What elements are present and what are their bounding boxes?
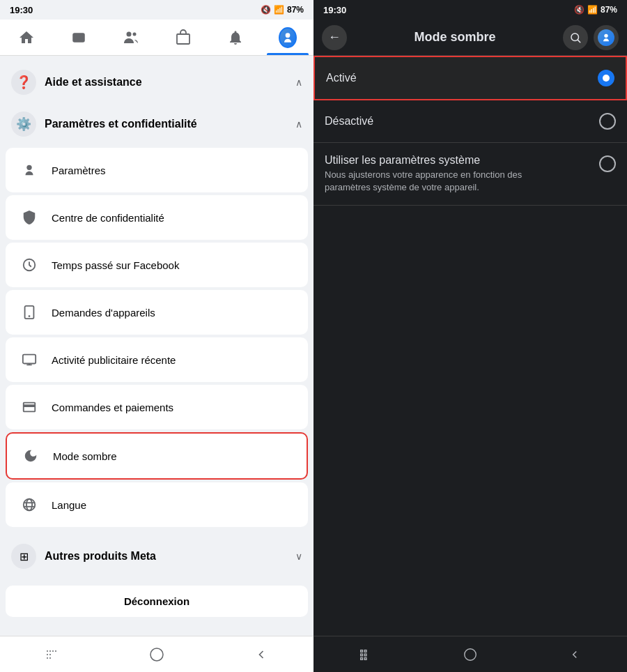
wifi-icon: 📶 [274,5,284,15]
back-button[interactable]: ← [322,25,347,50]
autres-section-header[interactable]: ⊞ Autres produits Meta ∨ [0,535,314,577]
svg-rect-29 [361,654,363,656]
profile-button[interactable] [594,25,619,50]
search-button[interactable] [563,25,588,50]
confidentialite-label: Centre de confidentialité [52,212,164,224]
svg-rect-18 [49,654,51,655]
right-bottom-nav [314,636,627,672]
svg-point-3 [132,32,136,36]
left-nav-back[interactable] [209,648,314,662]
option-active[interactable]: Activé [314,56,627,100]
confidentialite-icon [17,205,42,230]
svg-rect-15 [47,650,48,652]
menu-item-parametres[interactable]: Paramètres [6,148,308,192]
svg-line-25 [578,40,580,42]
svg-point-5 [285,33,290,38]
option-systeme-label: Utiliser les paramètres système [325,154,480,166]
help-section-title: Aide et assistance [45,76,142,89]
menu-item-activite[interactable]: Activité publicitaire récente [6,337,308,382]
left-status-bar: 19:30 🔇 📶 87% [0,0,314,20]
activite-label: Activité publicitaire récente [52,354,176,366]
nav-video[interactable] [52,20,104,55]
help-icon: ❓ [11,70,36,95]
nav-home[interactable] [0,20,52,55]
activite-icon [17,347,42,372]
svg-point-6 [26,165,31,170]
right-status-icons: 🔇 📶 87% [574,5,617,15]
option-systeme-desc: Nous ajusterons votre apparence en fonct… [325,169,534,194]
marketplace-icon [174,29,192,47]
option-systeme-left: Utiliser les paramètres système Nous aju… [325,154,534,194]
right-nav-home[interactable] [418,647,522,662]
option-systeme[interactable]: Utiliser les paramètres système Nous aju… [314,143,627,206]
right-nav-back[interactable] [522,648,627,661]
menu-item-mode-sombre[interactable]: Mode sombre [6,432,308,480]
back-icon: ← [328,30,341,45]
right-nav-menu[interactable] [314,647,418,662]
separator2 [0,577,314,583]
mute-icon: 🔇 [261,5,271,15]
home-icon [17,29,36,47]
menu-content: ❓ Aide et assistance ∧ ⚙️ Paramètres et … [0,56,314,636]
nav-profile[interactable] [261,20,314,55]
option-desactive[interactable]: Désactivé [314,100,627,143]
right-status-bar: 19:30 🔇 📶 87% [314,0,627,20]
radio-active [598,70,614,86]
option-desactive-left: Désactivé [325,115,373,128]
nav-marketplace[interactable] [157,20,209,55]
temps-icon [17,252,42,277]
option-desactive-label: Désactivé [325,115,373,127]
menu-item-confidentialite[interactable]: Centre de confidentialité [6,195,308,240]
left-panel: 19:30 🔇 📶 87% [0,0,314,672]
autres-section-left: ⊞ Autres produits Meta [11,544,156,569]
menu-item-temps[interactable]: Temps passé sur Facebook [6,243,308,287]
right-time: 19:30 [323,5,346,15]
commandes-icon [17,395,42,420]
bell-icon [226,29,245,47]
langue-icon [17,492,42,517]
commandes-label: Commandes et paiements [52,402,173,413]
right-panel: 19:30 🔇 📶 87% ← Mode sombre [314,0,627,672]
svg-rect-10 [23,355,36,364]
right-mute-icon: 🔇 [574,5,585,15]
svg-rect-22 [55,650,56,652]
appareils-label: Demandes d'appareils [52,307,155,319]
menu-item-commandes[interactable]: Commandes et paiements [6,385,308,429]
privacy-section-title: Paramètres et confidentialité [45,118,197,130]
left-bottom-nav [0,636,314,672]
nav-friends[interactable] [104,20,157,55]
svg-rect-17 [47,654,48,655]
svg-rect-28 [364,650,366,652]
svg-rect-31 [361,657,363,659]
dark-header: ← Mode sombre [314,20,627,56]
privacy-chevron: ∧ [295,119,302,130]
right-wifi-icon: 📶 [587,5,598,15]
top-nav-bar [0,20,314,56]
option-active-left: Activé [326,72,357,84]
meta-icon: ⊞ [11,544,36,569]
header-right-icons [563,25,619,50]
left-nav-home[interactable] [104,646,209,663]
privacy-section-left: ⚙️ Paramètres et confidentialité [11,112,197,137]
menu-item-appareils[interactable]: Demandes d'appareils [6,290,308,335]
help-section-header[interactable]: ❓ Aide et assistance ∧ [0,61,314,103]
help-section-left: ❓ Aide et assistance [11,70,142,95]
svg-rect-27 [361,650,363,652]
autres-section-title: Autres produits Meta [45,550,156,563]
langue-label: Langue [52,499,86,511]
privacy-section-header[interactable]: ⚙️ Paramètres et confidentialité ∧ [0,103,314,145]
nav-bell[interactable] [209,20,261,55]
battery-left: 87% [287,5,304,15]
option-active-label: Activé [326,72,357,84]
radio-systeme [599,155,616,172]
mode-sombre-label: Mode sombre [53,450,117,462]
mode-sombre-icon [18,443,43,468]
parametres-label: Paramètres [52,165,106,176]
help-chevron: ∧ [295,77,302,88]
logout-button[interactable]: Déconnexion [6,586,308,617]
video-icon [70,29,88,47]
menu-item-langue[interactable]: Langue [6,482,308,527]
temps-label: Temps passé sur Facebook [52,259,179,271]
autres-chevron: ∨ [295,551,302,562]
left-nav-menu[interactable] [0,646,104,663]
